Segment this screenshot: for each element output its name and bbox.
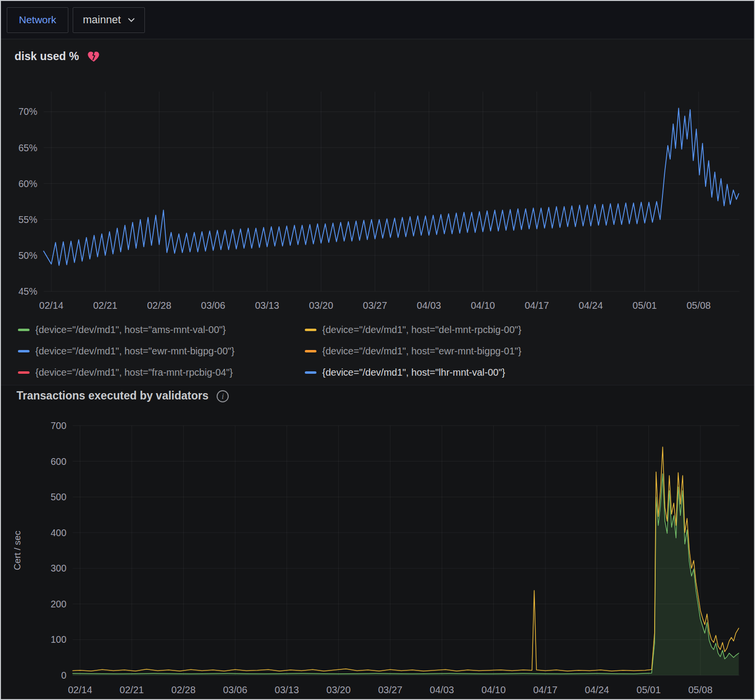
x-axis-tick-label: 03/20 xyxy=(309,300,333,311)
y-axis-tick-label: 65% xyxy=(18,143,37,153)
x-axis-tick-label: 02/14 xyxy=(39,300,63,311)
y-axis-tick-label: 400 xyxy=(50,527,66,538)
x-axis-tick-label: 03/27 xyxy=(378,684,402,695)
panel-title: Transactions executed by validators xyxy=(16,389,208,402)
y-axis-title: Cert / sec xyxy=(12,531,22,570)
y-axis-tick-label: 100 xyxy=(50,634,66,645)
series-line-0 xyxy=(73,474,739,674)
info-icon[interactable]: i xyxy=(217,390,229,402)
series-area-0 xyxy=(73,474,739,675)
x-axis-tick-label: 03/06 xyxy=(223,684,247,695)
network-variable-dropdown[interactable]: mainnet xyxy=(73,7,145,33)
legend-swatch-icon xyxy=(305,350,316,352)
x-axis-tick-label: 03/27 xyxy=(363,300,387,311)
legend-item-label: {device="/dev/md1", host="ewr-mnt-bigpg-… xyxy=(35,346,235,357)
x-axis-tick-label: 05/08 xyxy=(688,684,712,695)
x-axis-tick-label: 05/08 xyxy=(687,300,711,311)
series-line-1 xyxy=(73,447,739,671)
y-axis-tick-label: 70% xyxy=(18,106,37,117)
x-axis-tick-label: 04/03 xyxy=(417,300,441,311)
x-axis-tick-label: 03/06 xyxy=(201,300,225,311)
panel-tx-title-row[interactable]: Transactions executed by validators i xyxy=(1,385,754,402)
y-axis-tick-label: 200 xyxy=(50,599,66,609)
x-axis-tick-label: 04/10 xyxy=(482,684,506,695)
chevron-down-icon xyxy=(128,18,135,22)
y-axis-tick-label: 300 xyxy=(50,563,66,573)
broken-heart-icon xyxy=(87,50,100,63)
x-axis-tick-label: 03/13 xyxy=(255,300,279,311)
legend-item[interactable]: {device="/dev/md1", host="lhr-mnt-val-00… xyxy=(305,367,521,378)
disk-used-chart[interactable]: 45%50%55%60%65%70%02/1402/2102/2803/0603… xyxy=(1,74,754,318)
panel-title: disk used % xyxy=(15,50,79,63)
legend-swatch-icon xyxy=(305,371,316,374)
panel-disk-title-row[interactable]: disk used % xyxy=(1,39,754,63)
variables-bar: Network mainnet xyxy=(1,1,754,39)
x-axis-tick-label: 04/24 xyxy=(585,684,609,695)
series-line-0 xyxy=(44,108,739,265)
x-axis-tick-label: 02/21 xyxy=(120,684,144,695)
legend-item-label: {device="/dev/md1", host="fra-mnt-rpcbig… xyxy=(35,367,233,378)
y-axis-tick-label: 700 xyxy=(50,420,66,431)
transactions-chart[interactable]: 010020030040050060070002/1402/2102/2803/… xyxy=(1,405,754,700)
x-axis-tick-label: 03/20 xyxy=(327,684,351,695)
x-axis-tick-label: 04/24 xyxy=(579,300,603,311)
y-axis-tick-label: 0 xyxy=(61,670,66,681)
x-axis-tick-label: 04/17 xyxy=(525,300,549,311)
legend: {device="/dev/md1", host="ams-mnt-val-00… xyxy=(18,324,521,378)
legend-swatch-icon xyxy=(305,329,316,331)
legend-item[interactable]: {device="/dev/md1", host="ewr-mnt-bigpg-… xyxy=(305,346,521,357)
x-axis-tick-label: 02/14 xyxy=(68,684,92,695)
legend-swatch-icon xyxy=(18,371,30,374)
y-axis-tick-label: 50% xyxy=(18,250,37,261)
legend-item[interactable]: {device="/dev/md1", host="del-mnt-rpcbig… xyxy=(305,324,521,335)
x-axis-tick-label: 02/28 xyxy=(172,684,196,695)
x-axis-tick-label: 02/21 xyxy=(93,300,117,311)
x-axis-tick-label: 04/03 xyxy=(430,684,454,695)
x-axis-tick-label: 05/01 xyxy=(637,684,661,695)
legend-item-label: {device="/dev/md1", host="ewr-mnt-bigpg-… xyxy=(322,346,521,357)
legend-item-label: {device="/dev/md1", host="lhr-mnt-val-00… xyxy=(322,367,505,378)
y-axis-tick-label: 600 xyxy=(50,456,66,467)
legend-item-label: {device="/dev/md1", host="del-mnt-rpcbig… xyxy=(322,324,521,335)
legend-swatch-icon xyxy=(18,350,30,352)
x-axis-tick-label: 03/13 xyxy=(275,684,299,695)
legend-item-label: {device="/dev/md1", host="ams-mnt-val-00… xyxy=(35,324,226,335)
y-axis-tick-label: 55% xyxy=(18,214,37,225)
y-axis-tick-label: 60% xyxy=(18,178,37,189)
x-axis-tick-label: 04/17 xyxy=(533,684,557,695)
network-variable-value: mainnet xyxy=(83,14,121,26)
y-axis-tick-label: 45% xyxy=(18,286,37,297)
panel-transactions: Transactions executed by validators i 01… xyxy=(1,385,754,700)
legend-item[interactable]: {device="/dev/md1", host="ams-mnt-val-00… xyxy=(18,324,305,335)
x-axis-tick-label: 05/01 xyxy=(632,300,657,311)
network-variable-label: Network xyxy=(7,7,68,33)
network-variable-label-text: Network xyxy=(19,14,56,26)
panel-disk-used: disk used % 45%50%55%60%65%70%02/1402/21… xyxy=(1,39,754,385)
x-axis-tick-label: 02/28 xyxy=(147,300,172,311)
legend-item[interactable]: {device="/dev/md1", host="ewr-mnt-bigpg-… xyxy=(18,346,305,357)
legend-swatch-icon xyxy=(18,329,30,331)
legend-item[interactable]: {device="/dev/md1", host="fra-mnt-rpcbig… xyxy=(18,367,305,378)
grafana-dashboard: Network mainnet disk used % 45%50%55%60%… xyxy=(0,0,755,700)
y-axis-tick-label: 500 xyxy=(50,492,66,502)
x-axis-tick-label: 04/10 xyxy=(471,300,495,311)
